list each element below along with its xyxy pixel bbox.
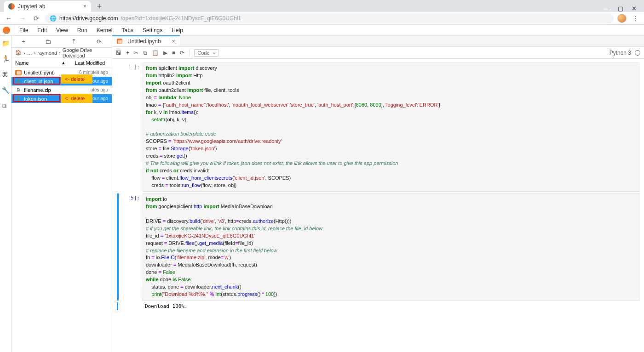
kebab-menu-icon[interactable]: ⋮ bbox=[630, 15, 640, 22]
file-row[interactable]: {} client_id.json hour ago bbox=[12, 77, 112, 85]
url-host: https://drive.google.com bbox=[59, 15, 118, 22]
upload-button[interactable]: ⤒ bbox=[71, 38, 76, 45]
reload-button[interactable]: ⟳ bbox=[31, 15, 41, 22]
url-field[interactable]: 🌐 https://drive.google.com/open?id=1xtox… bbox=[45, 13, 614, 23]
notebook-area: ▦ Untitled.ipynb × 🖫 + ✂ ⧉ 📋 ▶ ■ ⟳ Code … bbox=[112, 36, 644, 352]
code-cell[interactable]: [5]: import io from googleapiclient.http… bbox=[117, 193, 639, 301]
input-prompt: [5]: bbox=[120, 193, 143, 301]
commands-icon[interactable]: ⌘ bbox=[2, 71, 9, 78]
profile-avatar-icon[interactable] bbox=[617, 14, 627, 23]
add-cell-button[interactable]: + bbox=[126, 50, 129, 56]
notebook-tab[interactable]: ▦ Untitled.ipynb × bbox=[112, 35, 180, 46]
code-cell[interactable]: [ ]: from apiclient import discovery fro… bbox=[117, 62, 639, 192]
notebook-cells[interactable]: [ ]: from apiclient import discovery fro… bbox=[112, 59, 644, 352]
crumb-user[interactable]: raymond bbox=[37, 50, 57, 56]
folder-icon[interactable]: 📁 bbox=[2, 40, 9, 47]
kernel-idle-icon bbox=[635, 50, 640, 56]
cut-button[interactable]: ✂ bbox=[134, 50, 138, 56]
wrench-icon[interactable]: 🔧 bbox=[2, 86, 9, 94]
input-prompt: [ ]: bbox=[120, 62, 143, 192]
notebook-icon: ▦ bbox=[15, 70, 22, 75]
save-button[interactable]: 🖫 bbox=[116, 50, 121, 56]
jupyter-menubar: File Edit View Run Kernel Tabs Settings … bbox=[0, 25, 644, 36]
copy-button[interactable]: ⧉ bbox=[143, 50, 147, 56]
close-tab-icon[interactable]: × bbox=[172, 38, 175, 45]
menu-help[interactable]: Help bbox=[167, 26, 188, 34]
file-icon: 🗎 bbox=[15, 87, 22, 93]
minimize-icon[interactable]: — bbox=[604, 5, 610, 12]
restart-button[interactable]: ⟳ bbox=[180, 50, 184, 56]
home-icon[interactable]: 🏠 bbox=[15, 50, 22, 56]
new-launcher-button[interactable]: + bbox=[22, 38, 25, 45]
tab-title: JupyterLab bbox=[18, 3, 45, 10]
forward-button[interactable]: → bbox=[17, 15, 28, 22]
file-row[interactable]: 🗎 filename.zip utes ago bbox=[12, 85, 112, 94]
maximize-icon[interactable]: ▢ bbox=[618, 5, 623, 12]
json-icon: {} bbox=[15, 79, 22, 84]
tabs-icon[interactable]: ⧉ bbox=[2, 102, 9, 109]
json-icon: {} bbox=[15, 96, 22, 102]
notebook-toolbar: 🖫 + ✂ ⧉ 📋 ▶ ■ ⟳ Code Python 3 bbox=[112, 47, 644, 59]
new-folder-button[interactable]: 🗀 bbox=[45, 38, 51, 45]
breadcrumb[interactable]: 🏠 › … › raymond › Google Drive Download bbox=[12, 48, 112, 58]
notebook-icon: ▦ bbox=[117, 39, 122, 44]
file-toolbar: + 🗀 ⤒ ⟳ bbox=[12, 36, 112, 48]
celltype-select[interactable]: Code bbox=[194, 49, 218, 57]
running-icon[interactable]: 🏃 bbox=[2, 55, 9, 62]
file-row[interactable]: {} token.json hour ago bbox=[12, 94, 112, 103]
menu-edit[interactable]: Edit bbox=[33, 26, 52, 34]
menu-run[interactable]: Run bbox=[73, 26, 92, 34]
file-browser: + 🗀 ⤒ ⟳ 🏠 › … › raymond › Google Drive D… bbox=[12, 36, 112, 352]
paste-button[interactable]: 📋 bbox=[152, 50, 159, 56]
file-list: ▦ Untitled.ipynb 6 minutes ago {} client… bbox=[12, 68, 112, 103]
cell-output-row: Download 100%. bbox=[117, 302, 639, 310]
activity-bar: 📁 🏃 ⌘ 🔧 ⧉ bbox=[0, 36, 12, 352]
new-tab-button[interactable]: + bbox=[94, 1, 105, 12]
menu-file[interactable]: File bbox=[15, 26, 33, 34]
url-path: /open?id=1xtoxijieKG-241NDyscE_qlE6G0UGh… bbox=[121, 15, 241, 22]
cell-output: Download 100%. bbox=[119, 302, 188, 310]
address-bar-row: ← → ⟳ 🌐 https://drive.google.com/open?id… bbox=[0, 12, 644, 25]
menu-tabs[interactable]: Tabs bbox=[117, 26, 138, 34]
jupyter-favicon-icon bbox=[8, 3, 15, 10]
menu-settings[interactable]: Settings bbox=[138, 26, 167, 34]
stop-button[interactable]: ■ bbox=[172, 50, 175, 56]
browser-tab[interactable]: JupyterLab × bbox=[4, 1, 91, 12]
sort-icon[interactable]: ▴ bbox=[62, 60, 68, 66]
file-list-header[interactable]: Name▴ Last Modified bbox=[12, 58, 112, 68]
browser-tab-strip: JupyterLab × + — ▢ ✕ bbox=[0, 0, 644, 12]
code-editor[interactable]: import io from googleapiclient.http impo… bbox=[143, 193, 639, 301]
back-button[interactable]: ← bbox=[4, 15, 14, 22]
menu-kernel[interactable]: Kernel bbox=[92, 26, 117, 34]
crumb-folder[interactable]: Google Drive Download bbox=[63, 47, 108, 58]
menu-view[interactable]: View bbox=[52, 26, 73, 34]
kernel-name[interactable]: Python 3 bbox=[610, 50, 631, 56]
close-window-icon[interactable]: ✕ bbox=[632, 5, 637, 12]
code-editor[interactable]: from apiclient import discovery from htt… bbox=[143, 62, 639, 192]
run-button[interactable]: ▶ bbox=[163, 50, 167, 56]
globe-icon: 🌐 bbox=[50, 15, 57, 22]
refresh-button[interactable]: ⟳ bbox=[97, 38, 102, 45]
notebook-tab-bar: ▦ Untitled.ipynb × bbox=[112, 36, 644, 47]
file-row[interactable]: ▦ Untitled.ipynb 6 minutes ago bbox=[12, 68, 112, 77]
jupyter-logo-icon bbox=[3, 27, 10, 34]
